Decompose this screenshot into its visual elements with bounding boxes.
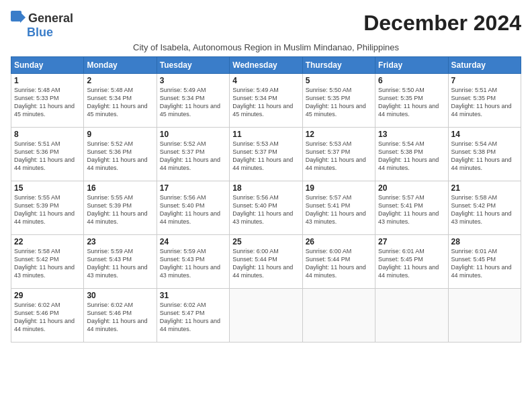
day-number: 19: [306, 183, 372, 193]
calendar-cell: 17 Sunrise: 5:56 AMSunset: 5:40 PMDaylig…: [157, 181, 229, 235]
day-number: 1: [14, 76, 81, 85]
calendar-cell: 19 Sunrise: 5:57 AMSunset: 5:41 PMDaylig…: [302, 181, 375, 235]
col-header-thursday: Thursday: [302, 57, 375, 74]
logo: General Blue: [11, 11, 73, 40]
calendar-cell: 8 Sunrise: 5:51 AMSunset: 5:36 PMDayligh…: [11, 128, 84, 181]
logo-blue: Blue: [27, 26, 53, 40]
day-detail: Sunrise: 5:51 AMSunset: 5:35 PMDaylight:…: [451, 87, 512, 118]
day-detail: Sunrise: 5:52 AMSunset: 5:36 PMDaylight:…: [87, 140, 147, 171]
calendar-cell: [230, 289, 302, 342]
day-number: 17: [160, 183, 226, 193]
calendar-cell: 9 Sunrise: 5:52 AMSunset: 5:36 PMDayligh…: [84, 128, 157, 181]
day-number: 11: [232, 130, 299, 139]
day-detail: Sunrise: 5:57 AMSunset: 5:41 PMDaylight:…: [306, 194, 366, 225]
day-detail: Sunrise: 5:50 AMSunset: 5:35 PMDaylight:…: [378, 87, 439, 118]
day-number: 24: [160, 237, 226, 246]
calendar-cell: 7 Sunrise: 5:51 AMSunset: 5:35 PMDayligh…: [448, 74, 521, 128]
day-detail: Sunrise: 6:01 AMSunset: 5:45 PMDaylight:…: [378, 248, 439, 279]
calendar-cell: 16 Sunrise: 5:55 AMSunset: 5:39 PMDaylig…: [84, 181, 157, 235]
day-number: 4: [232, 76, 299, 85]
col-header-monday: Monday: [84, 57, 157, 74]
calendar-cell: 12 Sunrise: 5:53 AMSunset: 5:37 PMDaylig…: [302, 128, 375, 181]
day-detail: Sunrise: 5:50 AMSunset: 5:35 PMDaylight:…: [306, 87, 366, 118]
logo-general: General: [28, 11, 73, 26]
day-number: 9: [87, 130, 153, 139]
day-detail: Sunrise: 5:53 AMSunset: 5:37 PMDaylight:…: [232, 140, 293, 171]
day-detail: Sunrise: 5:48 AMSunset: 5:33 PMDaylight:…: [14, 87, 75, 118]
day-detail: Sunrise: 5:59 AMSunset: 5:43 PMDaylight:…: [87, 248, 147, 279]
header: General Blue December 2024: [11, 11, 521, 40]
calendar-cell: 21 Sunrise: 5:58 AMSunset: 5:42 PMDaylig…: [448, 181, 521, 235]
calendar-cell: 13 Sunrise: 5:54 AMSunset: 5:38 PMDaylig…: [375, 128, 448, 181]
week-row-5: 29 Sunrise: 6:02 AMSunset: 5:46 PMDaylig…: [11, 289, 521, 342]
day-number: 25: [232, 237, 299, 246]
calendar-cell: 14 Sunrise: 5:54 AMSunset: 5:38 PMDaylig…: [448, 128, 521, 181]
day-number: 14: [451, 130, 518, 139]
calendar-cell: 18 Sunrise: 5:56 AMSunset: 5:40 PMDaylig…: [230, 181, 302, 235]
calendar-cell: [448, 289, 521, 342]
calendar-cell: 20 Sunrise: 5:57 AMSunset: 5:41 PMDaylig…: [375, 181, 448, 235]
calendar-cell: 11 Sunrise: 5:53 AMSunset: 5:37 PMDaylig…: [230, 128, 302, 181]
day-detail: Sunrise: 5:49 AMSunset: 5:34 PMDaylight:…: [232, 87, 293, 118]
day-number: 6: [378, 76, 445, 85]
day-detail: Sunrise: 5:56 AMSunset: 5:40 PMDaylight:…: [160, 194, 220, 225]
day-detail: Sunrise: 5:54 AMSunset: 5:38 PMDaylight:…: [378, 140, 439, 171]
day-detail: Sunrise: 5:52 AMSunset: 5:37 PMDaylight:…: [160, 140, 220, 171]
calendar-cell: 1 Sunrise: 5:48 AMSunset: 5:33 PMDayligh…: [11, 74, 84, 128]
day-number: 12: [306, 130, 372, 139]
page: General Blue December 2024 City of Isabe…: [0, 0, 532, 411]
day-detail: Sunrise: 6:02 AMSunset: 5:46 PMDaylight:…: [87, 302, 147, 332]
day-number: 26: [306, 237, 372, 246]
calendar-cell: 5 Sunrise: 5:50 AMSunset: 5:35 PMDayligh…: [302, 74, 375, 128]
day-detail: Sunrise: 5:53 AMSunset: 5:37 PMDaylight:…: [306, 140, 366, 171]
calendar-cell: 10 Sunrise: 5:52 AMSunset: 5:37 PMDaylig…: [157, 128, 229, 181]
day-number: 16: [87, 183, 153, 193]
calendar-cell: 28 Sunrise: 6:01 AMSunset: 5:45 PMDaylig…: [448, 235, 521, 289]
day-detail: Sunrise: 5:59 AMSunset: 5:43 PMDaylight:…: [160, 248, 220, 279]
day-number: 13: [378, 130, 445, 139]
day-number: 21: [451, 183, 518, 193]
day-detail: Sunrise: 5:58 AMSunset: 5:42 PMDaylight:…: [14, 248, 75, 279]
day-detail: Sunrise: 5:56 AMSunset: 5:40 PMDaylight:…: [232, 194, 293, 225]
day-detail: Sunrise: 6:01 AMSunset: 5:45 PMDaylight:…: [451, 248, 512, 279]
calendar-cell: 4 Sunrise: 5:49 AMSunset: 5:34 PMDayligh…: [230, 74, 302, 128]
day-number: 27: [378, 237, 445, 246]
calendar-table: SundayMondayTuesdayWednesdayThursdayFrid…: [11, 56, 521, 342]
day-detail: Sunrise: 5:57 AMSunset: 5:41 PMDaylight:…: [378, 194, 439, 225]
calendar-cell: 3 Sunrise: 5:49 AMSunset: 5:34 PMDayligh…: [157, 74, 229, 128]
day-number: 10: [160, 130, 226, 139]
calendar-cell: 27 Sunrise: 6:01 AMSunset: 5:45 PMDaylig…: [375, 235, 448, 289]
day-number: 30: [87, 291, 153, 300]
day-number: 23: [87, 237, 153, 246]
day-number: 31: [160, 291, 226, 300]
day-detail: Sunrise: 6:02 AMSunset: 5:46 PMDaylight:…: [14, 302, 75, 332]
day-detail: Sunrise: 6:00 AMSunset: 5:44 PMDaylight:…: [306, 248, 366, 279]
day-detail: Sunrise: 5:49 AMSunset: 5:34 PMDaylight:…: [160, 87, 220, 118]
day-number: 7: [451, 76, 518, 85]
col-header-sunday: Sunday: [11, 57, 84, 74]
week-row-4: 22 Sunrise: 5:58 AMSunset: 5:42 PMDaylig…: [11, 235, 521, 289]
day-detail: Sunrise: 6:00 AMSunset: 5:44 PMDaylight:…: [232, 248, 293, 279]
col-header-wednesday: Wednesday: [230, 57, 302, 74]
calendar-cell: 2 Sunrise: 5:48 AMSunset: 5:34 PMDayligh…: [84, 74, 157, 128]
calendar-cell: 24 Sunrise: 5:59 AMSunset: 5:43 PMDaylig…: [157, 235, 229, 289]
calendar-cell: 30 Sunrise: 6:02 AMSunset: 5:46 PMDaylig…: [84, 289, 157, 342]
day-detail: Sunrise: 5:55 AMSunset: 5:39 PMDaylight:…: [14, 194, 75, 225]
day-detail: Sunrise: 5:51 AMSunset: 5:36 PMDaylight:…: [14, 140, 75, 171]
calendar-cell: 22 Sunrise: 5:58 AMSunset: 5:42 PMDaylig…: [11, 235, 84, 289]
subtitle: City of Isabela, Autonomous Region in Mu…: [11, 42, 521, 52]
day-detail: Sunrise: 6:02 AMSunset: 5:47 PMDaylight:…: [160, 302, 220, 332]
day-detail: Sunrise: 5:55 AMSunset: 5:39 PMDaylight:…: [87, 194, 147, 225]
day-detail: Sunrise: 5:58 AMSunset: 5:42 PMDaylight:…: [451, 194, 512, 225]
week-row-2: 8 Sunrise: 5:51 AMSunset: 5:36 PMDayligh…: [11, 128, 521, 181]
day-number: 18: [232, 183, 299, 193]
calendar-cell: 31 Sunrise: 6:02 AMSunset: 5:47 PMDaylig…: [157, 289, 229, 342]
svg-rect-0: [11, 11, 21, 21]
day-number: 29: [14, 291, 81, 300]
day-number: 8: [14, 130, 81, 139]
calendar-cell: [302, 289, 375, 342]
col-header-friday: Friday: [375, 57, 448, 74]
day-detail: Sunrise: 5:54 AMSunset: 5:38 PMDaylight:…: [451, 140, 512, 171]
col-header-saturday: Saturday: [448, 57, 521, 74]
day-number: 5: [306, 76, 372, 85]
